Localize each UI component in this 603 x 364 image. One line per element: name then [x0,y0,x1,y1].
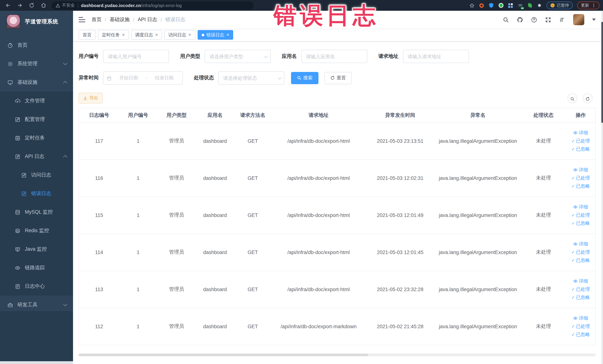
extension-green-circle-icon[interactable] [498,3,503,8]
sidebar-item-7[interactable]: 访问日志 [0,166,73,184]
sidebar-logo[interactable]: 芋道管理系统 [0,11,73,32]
sidebar-item-label: 系统管理 [17,60,37,67]
action-processed-link[interactable]: ✓已处理 [571,249,590,255]
vertical-scrollbar-thumb[interactable] [601,22,603,123]
action-ignored-link[interactable]: ✓已忽略 [571,331,590,338]
export-button[interactable]: 导出 [79,93,103,104]
table-row[interactable]: 1121管理员dashboardGET/api/infra/db-doc/exp… [79,308,595,345]
extension-switch-icon[interactable]: on [518,3,523,8]
sidebar-item-13[interactable]: 日志中心 [0,277,73,295]
table-row[interactable]: 1161管理员dashboardGET/api/infra/db-doc/exp… [79,159,595,197]
close-tab-icon[interactable]: × [227,33,229,37]
user-type-select-input[interactable] [205,50,271,63]
extension-shield-icon[interactable] [489,3,494,8]
search-icon[interactable] [503,16,509,23]
end-date-placeholder[interactable]: 结束日期 [150,75,179,81]
user-avatar[interactable] [573,14,584,25]
action-processed-link[interactable]: ✓已处理 [571,323,590,329]
user-type-select[interactable] [205,50,271,63]
reload-icon[interactable] [29,3,35,8]
sidebar-item-1[interactable]: 系统管理 [0,55,73,73]
sidebar-item-10[interactable]: Redis 监控 [0,221,73,240]
sidebar-item-0[interactable]: 首页 [0,36,73,55]
app-name-input[interactable] [301,50,367,63]
sidebar-item-8-active[interactable]: 错误日志 [0,184,73,203]
tab-4-active[interactable]: 错误日志× [197,30,233,40]
process-status-select[interactable] [218,71,284,84]
avatar-caret-icon[interactable] [592,19,596,21]
refresh-table-button[interactable] [583,93,592,103]
sidebar-scrollbar[interactable] [0,361,73,364]
update-button[interactable]: 更新 ⋮ [577,1,600,9]
kebab-menu-icon[interactable]: ⋮ [592,3,596,8]
action-detail-link[interactable]: 详细 [573,167,588,173]
sidebar-item-12[interactable]: 链路追踪 [0,258,73,277]
github-icon[interactable] [517,16,523,23]
action-ignored-link[interactable]: ✓已忽略 [571,183,590,189]
check-icon: ✓ [571,258,575,262]
action-ignored-link[interactable]: ✓已忽略 [571,294,590,301]
extension-target-icon[interactable] [479,3,484,8]
home-icon[interactable] [41,3,46,8]
help-icon[interactable] [531,16,537,23]
close-tab-icon[interactable]: × [188,33,191,37]
fullscreen-icon[interactable] [545,16,551,23]
table-row[interactable]: 1131管理员dashboardGET/api/infra/db-doc/exp… [79,271,595,308]
table-row[interactable]: 1151管理员dashboardGET/api/infra/db-doc/exp… [79,197,595,234]
date-range-picker[interactable]: 开始日期 - 结束日期 [103,71,183,84]
process-status-select-input[interactable] [218,71,284,84]
sidebar-item-11[interactable]: Java 监控 [0,240,73,258]
tab-1[interactable]: 定时任务× [98,30,129,40]
action-ignored-link[interactable]: ✓已忽略 [571,257,590,263]
tab-3[interactable]: 访问日志× [164,30,195,40]
table-row[interactable]: 1171管理员dashboardGET/api/infra/db-doc/exp… [79,122,595,159]
toggle-search-button[interactable] [568,93,577,103]
sidebar-item-6[interactable]: API 日志 [0,147,73,166]
user-id-input[interactable] [103,50,169,63]
action-detail-link[interactable]: 详细 [573,241,588,247]
action-detail-link[interactable]: 详细 [573,204,588,210]
extension-puzzle-icon[interactable]: ✱ [537,3,542,8]
paused-extension-badge[interactable]: 已暂停 [546,1,573,9]
back-icon[interactable] [5,3,11,8]
table-row[interactable]: 1141管理员dashboardGET/api/infra/db-doc/exp… [79,234,595,271]
reset-button[interactable]: 重置 [325,72,352,84]
action-detail-link[interactable]: 详细 [573,278,588,284]
action-processed-link[interactable]: ✓已处理 [571,138,590,144]
breadcrumb-item-2[interactable]: API 日志 [138,16,157,23]
action-detail-link[interactable]: 详细 [573,130,588,136]
start-date-placeholder[interactable]: 开始日期 [114,75,143,81]
extension-leaf-icon[interactable] [527,3,532,8]
close-tab-icon[interactable]: × [155,33,158,37]
security-label[interactable]: 不安全 [62,3,75,8]
vertical-scrollbar[interactable] [601,11,603,364]
action-processed-link[interactable]: ✓已处理 [571,212,590,218]
action-ignored-link[interactable]: ✓已忽略 [571,220,590,226]
extension-grid-icon[interactable] [508,3,513,8]
action-processed-link[interactable]: ✓已处理 [571,286,590,293]
sidebar-item-3[interactable]: 文件管理 [0,92,73,110]
breadcrumb-item-3[interactable]: 错误日志 [165,16,185,23]
tab-0[interactable]: 首页 [79,30,96,40]
sidebar-item-4[interactable]: 配置管理 [0,110,73,129]
bookmark-star-icon[interactable] [469,3,475,8]
breadcrumb-item-1[interactable]: 基础设施 [110,16,130,23]
close-tab-icon[interactable]: × [122,33,125,37]
address-bar[interactable]: 不安全 dashboard.yudao.iocoder.cn/infra/log… [52,1,254,10]
request-url-input[interactable] [403,50,469,63]
font-size-icon[interactable] [559,16,565,23]
sidebar-item-2[interactable]: 基础设施 [0,73,73,92]
horizontal-scrollbar-thumb[interactable] [79,354,368,356]
sidebar-item-5[interactable]: 定时任务 [0,129,73,147]
collapse-sidebar-icon[interactable] [79,17,85,22]
action-ignored-link[interactable]: ✓已忽略 [571,146,590,152]
forward-icon[interactable] [17,3,23,8]
cell-status: 未处理 [521,308,566,345]
action-processed-link[interactable]: ✓已处理 [571,175,590,181]
action-detail-link[interactable]: 详细 [573,315,588,321]
sidebar-item-9[interactable]: MySQL 监控 [0,203,73,221]
tab-2[interactable]: 调度日志× [131,30,162,40]
breadcrumb-item-0[interactable]: 首页 [92,16,102,23]
horizontal-scrollbar[interactable] [79,353,596,356]
search-button[interactable]: 搜索 [291,72,318,84]
